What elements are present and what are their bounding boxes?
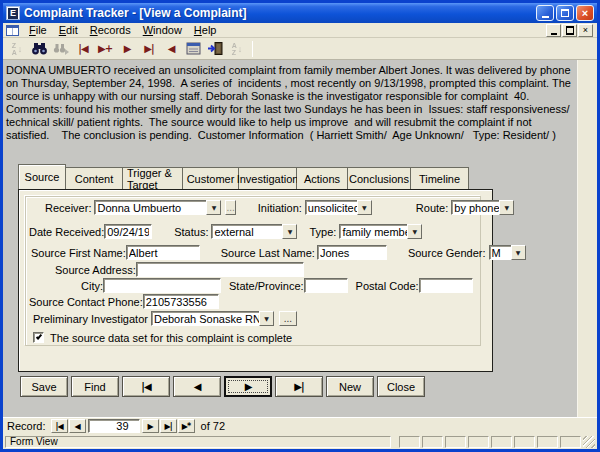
tab-actions[interactable]: Actions bbox=[297, 167, 348, 189]
postal-code-field[interactable] bbox=[419, 278, 473, 293]
menu-records[interactable]: Records bbox=[85, 23, 136, 37]
next-record-tool[interactable]: ▶ bbox=[117, 40, 137, 58]
preliminary-investigator-combobox[interactable]: Deborah Sonaske RN ▼ bbox=[151, 311, 274, 326]
tab-customer[interactable]: Customer bbox=[183, 167, 239, 189]
save-button[interactable]: Save bbox=[20, 376, 68, 397]
chevron-down-icon[interactable]: ▼ bbox=[282, 224, 297, 239]
city-field[interactable] bbox=[103, 278, 221, 293]
route-label: Route: bbox=[416, 202, 448, 214]
initiation-combobox[interactable]: unsolicited ▼ bbox=[305, 200, 372, 215]
source-last-name-field[interactable] bbox=[317, 245, 387, 260]
type-combobox[interactable]: family member ▼ bbox=[339, 224, 422, 239]
tab-investigation[interactable]: Investigation bbox=[239, 167, 297, 189]
child-close-icon: × bbox=[583, 25, 588, 35]
record-last-button[interactable]: ▶| bbox=[160, 419, 177, 433]
record-next-button[interactable]: ▶ bbox=[142, 419, 159, 433]
last-record-icon: ▶| bbox=[164, 422, 171, 431]
new-record-button[interactable]: New bbox=[326, 376, 374, 397]
source-contact-phone-field[interactable] bbox=[143, 294, 219, 309]
source-first-name-field[interactable] bbox=[126, 245, 200, 260]
previous-record-icon: ◀ bbox=[194, 381, 201, 392]
menu-help[interactable]: Help bbox=[189, 23, 222, 37]
source-gender-label: Source Gender: bbox=[408, 247, 486, 259]
source-first-name-label: Source First Name: bbox=[31, 247, 126, 259]
child-restore-button[interactable] bbox=[562, 24, 577, 37]
source-complete-checkbox[interactable] bbox=[33, 332, 44, 343]
first-record-tool[interactable]: |◀ bbox=[73, 40, 93, 58]
date-received-field[interactable] bbox=[104, 224, 152, 239]
receiver-more-button[interactable]: ... bbox=[225, 200, 235, 215]
child-restore-icon bbox=[566, 27, 574, 34]
status-panel bbox=[560, 436, 581, 448]
exit-tool[interactable] bbox=[205, 40, 225, 58]
goto-new-record-tool[interactable]: ▶+ bbox=[95, 40, 115, 58]
database-window-tool[interactable] bbox=[183, 40, 203, 58]
route-combobox[interactable]: by phone ▼ bbox=[451, 200, 514, 215]
status-panel bbox=[445, 436, 466, 448]
first-record-icon: |◀ bbox=[141, 381, 150, 392]
maximize-icon bbox=[561, 9, 569, 17]
state-province-field[interactable] bbox=[304, 278, 348, 293]
minimize-button[interactable] bbox=[536, 5, 554, 21]
child-minimize-button[interactable] bbox=[546, 24, 561, 37]
previous-record-button[interactable]: ◀ bbox=[173, 376, 221, 397]
record-previous-button[interactable]: ◀ bbox=[69, 419, 86, 433]
investigator-more-button[interactable]: ... bbox=[279, 311, 297, 326]
chevron-down-icon[interactable]: ▼ bbox=[259, 311, 274, 326]
source-address-field[interactable] bbox=[136, 262, 304, 277]
find-next-icon bbox=[53, 43, 69, 55]
close-button[interactable]: × bbox=[576, 5, 594, 21]
title-bar: E Complaint Tracker - [View a Complaint]… bbox=[3, 3, 597, 23]
last-record-tool[interactable]: ▶| bbox=[139, 40, 159, 58]
find-button[interactable] bbox=[29, 40, 49, 58]
previous-record-icon: ◀ bbox=[74, 422, 79, 431]
child-close-button[interactable]: × bbox=[578, 24, 593, 37]
record-first-button[interactable]: |◀ bbox=[51, 419, 68, 433]
close-form-button[interactable]: Close bbox=[377, 376, 425, 397]
find-record-button[interactable]: Find bbox=[71, 376, 119, 397]
sort-ascending-icon: AZ ↓ bbox=[232, 42, 243, 56]
form-view-area: DONNA UMBUERTO received an unsolicited c… bbox=[3, 60, 597, 417]
tab-timeline[interactable]: Timeline bbox=[411, 167, 469, 189]
first-record-icon: |◀ bbox=[55, 422, 62, 431]
status-combobox[interactable]: external ▼ bbox=[211, 224, 297, 239]
form-system-icon[interactable] bbox=[6, 25, 19, 36]
minimize-icon bbox=[542, 15, 549, 18]
chevron-down-icon[interactable]: ▼ bbox=[499, 200, 514, 215]
previous-record-tool[interactable]: ◀ bbox=[161, 40, 181, 58]
first-record-icon: |◀ bbox=[78, 43, 87, 54]
type-label: Type: bbox=[309, 226, 336, 238]
tab-trigger-target[interactable]: Trigger & Target bbox=[123, 167, 183, 189]
toolbar-separator bbox=[252, 41, 253, 57]
status-panel bbox=[468, 436, 489, 448]
menu-edit[interactable]: Edit bbox=[54, 23, 83, 37]
record-new-button[interactable]: ▶* bbox=[178, 419, 195, 433]
source-contact-phone-label: Source Contact Phone: bbox=[29, 296, 143, 308]
chevron-down-icon[interactable]: ▼ bbox=[357, 200, 372, 215]
initiation-label: Initiation: bbox=[258, 202, 302, 214]
state-province-label: State/Province: bbox=[229, 280, 304, 292]
menu-file[interactable]: File bbox=[24, 23, 52, 37]
last-record-button[interactable]: ▶| bbox=[275, 376, 323, 397]
chevron-down-icon[interactable]: ▼ bbox=[407, 224, 422, 239]
new-record-icon: ▶* bbox=[182, 422, 190, 431]
complaint-summary-text: DONNA UMBUERTO received an unsolicited c… bbox=[6, 64, 576, 142]
receiver-combobox[interactable]: Donna Umbuerto ▼ bbox=[94, 200, 221, 215]
resize-grip[interactable] bbox=[583, 436, 595, 448]
binoculars-icon bbox=[31, 42, 48, 55]
next-record-button[interactable]: ▶ bbox=[224, 376, 272, 397]
exit-door-icon bbox=[207, 42, 223, 55]
first-record-button[interactable]: |◀ bbox=[122, 376, 170, 397]
maximize-button[interactable] bbox=[556, 5, 574, 21]
menu-window[interactable]: Window bbox=[138, 23, 187, 37]
source-gender-combobox[interactable]: M ▼ bbox=[489, 245, 526, 260]
record-number-input[interactable] bbox=[88, 419, 140, 433]
next-record-icon: ▶ bbox=[124, 43, 131, 54]
tab-conclusions[interactable]: Conclusions bbox=[348, 167, 411, 189]
previous-record-icon: ◀ bbox=[168, 43, 175, 54]
chevron-down-icon[interactable]: ▼ bbox=[206, 200, 221, 215]
tab-content[interactable]: Content bbox=[66, 167, 123, 189]
tab-source[interactable]: Source bbox=[18, 164, 66, 189]
receiver-label: Receiver: bbox=[45, 202, 91, 214]
chevron-down-icon[interactable]: ▼ bbox=[511, 245, 526, 260]
